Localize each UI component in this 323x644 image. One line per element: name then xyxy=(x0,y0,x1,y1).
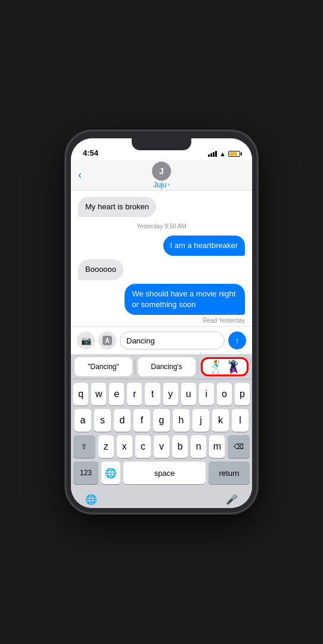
bottom-safe-area: 🌐 🎤 xyxy=(71,490,252,508)
keyboard: q w e r t y u i o p a s d f g h j k xyxy=(71,379,252,490)
key-o[interactable]: o xyxy=(217,383,232,405)
message-bubble-1: My heart is broken xyxy=(78,197,156,217)
app-store-icon: A xyxy=(103,336,112,345)
autocomplete-item-1[interactable]: "Dancing" xyxy=(74,357,132,376)
back-button[interactable]: ‹ xyxy=(78,169,82,181)
autocomplete-item-2[interactable]: Dancing's xyxy=(138,357,195,376)
messages-area: My heart is broken Yesterday 9:50 AM I a… xyxy=(71,191,252,326)
key-n[interactable]: n xyxy=(191,435,206,458)
key-s[interactable]: s xyxy=(94,409,111,432)
key-l[interactable]: l xyxy=(232,409,249,432)
key-u[interactable]: u xyxy=(181,383,196,405)
key-w[interactable]: w xyxy=(91,383,106,405)
shift-key[interactable]: ⇧ xyxy=(73,435,95,458)
status-icons: ▲ xyxy=(208,150,240,157)
key-d[interactable]: d xyxy=(114,409,131,432)
message-bubble-5: We should have a movie night or somethin… xyxy=(125,284,245,315)
key-q[interactable]: q xyxy=(73,383,88,405)
key-row-1: q w e r t y u i o p xyxy=(73,383,250,405)
key-x[interactable]: x xyxy=(117,435,132,458)
battery-icon xyxy=(228,151,240,157)
message-bubble-3: I am a heartbreaker xyxy=(163,236,245,256)
contact-info[interactable]: J Juju › xyxy=(152,162,171,189)
key-row-4: 123 🌐 space return xyxy=(73,462,250,484)
key-b[interactable]: b xyxy=(172,435,188,458)
key-a[interactable]: a xyxy=(74,409,91,432)
mic-icon-bottom[interactable]: 🎤 xyxy=(226,494,238,505)
globe-icon-bottom[interactable]: 🌐 xyxy=(85,494,97,505)
app-store-button[interactable]: A xyxy=(98,332,116,349)
signal-icon xyxy=(208,151,217,157)
camera-button[interactable]: 📷 xyxy=(77,332,95,349)
chat-header: ‹ J Juju › xyxy=(71,160,252,191)
send-button[interactable]: ↑ xyxy=(228,332,246,349)
status-time: 4:54 xyxy=(83,148,98,157)
key-i[interactable]: i xyxy=(199,383,214,405)
phone-frame: 4:54 ▲ ‹ J Juju › xyxy=(66,131,257,513)
battery-fill xyxy=(229,152,237,156)
key-v[interactable]: v xyxy=(154,435,169,458)
key-row-2: a s d f g h j k l xyxy=(73,409,250,432)
notch xyxy=(132,138,191,150)
key-e[interactable]: e xyxy=(109,383,124,405)
input-area: 📷 A Dancing ↑ xyxy=(71,326,252,354)
contact-name: Juju xyxy=(153,181,166,189)
key-m[interactable]: m xyxy=(209,435,225,458)
key-j[interactable]: j xyxy=(192,409,209,432)
key-z[interactable]: z xyxy=(98,435,114,458)
phone-screen: 4:54 ▲ ‹ J Juju › xyxy=(71,138,252,508)
numbers-key[interactable]: 123 xyxy=(73,462,98,484)
globe-key[interactable]: 🌐 xyxy=(101,462,120,484)
svg-text:A: A xyxy=(105,338,109,344)
timestamp-1: Yesterday 9:50 AM xyxy=(78,223,245,230)
autocomplete-emoji-pair[interactable]: 🕺 🦹 xyxy=(201,357,249,376)
message-input[interactable]: Dancing xyxy=(120,332,225,349)
delete-key[interactable]: ⌫ xyxy=(228,435,250,458)
key-row-3: ⇧ z x c v b n m ⌫ xyxy=(73,435,250,458)
message-bubble-4: Boooooo xyxy=(78,259,123,280)
wifi-icon: ▲ xyxy=(219,150,226,157)
key-c[interactable]: c xyxy=(135,435,151,458)
read-receipt: Read Yesterday xyxy=(78,317,245,324)
key-f[interactable]: f xyxy=(133,409,150,432)
autocomplete-bar: "Dancing" Dancing's 🕺 🦹 xyxy=(71,354,252,379)
key-t[interactable]: t xyxy=(145,383,160,405)
key-h[interactable]: h xyxy=(173,409,190,432)
key-y[interactable]: y xyxy=(163,383,178,405)
return-key[interactable]: return xyxy=(209,462,250,484)
key-k[interactable]: k xyxy=(212,409,229,432)
avatar: J xyxy=(152,162,171,181)
space-key[interactable]: space xyxy=(123,462,206,484)
contact-chevron: › xyxy=(167,181,169,188)
key-r[interactable]: r xyxy=(127,383,142,405)
key-g[interactable]: g xyxy=(153,409,170,432)
key-p[interactable]: p xyxy=(235,383,250,405)
